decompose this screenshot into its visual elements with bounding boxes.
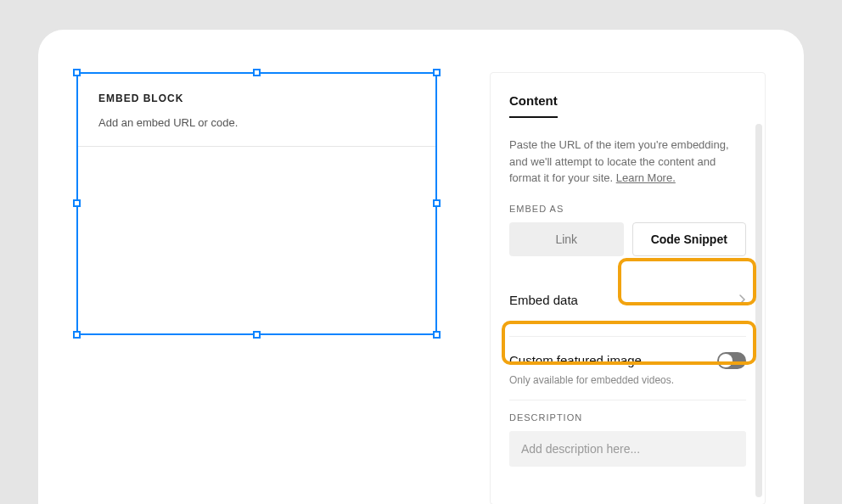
description-input[interactable] bbox=[509, 431, 746, 467]
tab-content[interactable]: Content bbox=[509, 93, 558, 118]
divider bbox=[509, 336, 746, 337]
embed-block-title: EMBED BLOCK bbox=[98, 92, 415, 104]
description-label: DESCRIPTION bbox=[509, 412, 746, 423]
custom-featured-image-toggle[interactable] bbox=[717, 352, 746, 369]
custom-featured-image-help: Only available for embedded videos. bbox=[509, 374, 746, 400]
embed-as-label: EMBED AS bbox=[509, 204, 746, 214]
chevron-right-icon bbox=[739, 294, 746, 307]
custom-featured-image-row: Custom featured image bbox=[509, 352, 746, 369]
embed-block[interactable]: EMBED BLOCK Add an embed URL or code. bbox=[76, 72, 437, 335]
custom-featured-image-label: Custom featured image bbox=[509, 353, 642, 367]
embed-as-link-button[interactable]: Link bbox=[509, 222, 624, 256]
learn-more-link[interactable]: Learn More. bbox=[616, 171, 676, 184]
content-panel: Content Paste the URL of the item you're… bbox=[490, 72, 766, 504]
embed-block-desc: Add an embed URL or code. bbox=[98, 116, 415, 129]
resize-handle-top-left[interactable] bbox=[73, 69, 81, 76]
resize-handle-bottom-left[interactable] bbox=[73, 331, 81, 339]
resize-handle-top-right[interactable] bbox=[433, 69, 441, 76]
embed-data-label: Embed data bbox=[509, 293, 578, 307]
resize-handle-middle-right[interactable] bbox=[433, 199, 441, 207]
embed-data-row[interactable]: Embed data bbox=[509, 280, 746, 321]
app-container: EMBED BLOCK Add an embed URL or code. Co… bbox=[38, 30, 804, 504]
embed-block-selection[interactable]: EMBED BLOCK Add an embed URL or code. bbox=[76, 72, 437, 335]
resize-handle-bottom-middle[interactable] bbox=[253, 331, 261, 339]
embed-help-text: Paste the URL of the item you're embeddi… bbox=[509, 137, 746, 187]
embed-as-segmented: Link Code Snippet bbox=[509, 222, 746, 256]
embed-block-header: EMBED BLOCK Add an embed URL or code. bbox=[78, 74, 435, 147]
resize-handle-top-middle[interactable] bbox=[253, 69, 261, 76]
resize-handle-middle-left[interactable] bbox=[73, 199, 81, 207]
embed-as-code-snippet-button[interactable]: Code Snippet bbox=[632, 222, 747, 256]
resize-handle-bottom-right[interactable] bbox=[433, 331, 441, 339]
